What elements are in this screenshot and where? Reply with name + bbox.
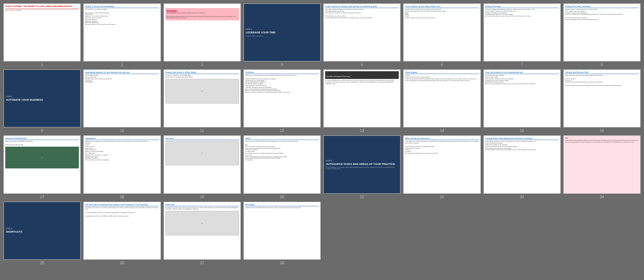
- slide-title: Getting rid of tasks, continued: [565, 5, 639, 8]
- slide-title: Coach Glue: [165, 204, 239, 206]
- slide-wrapper-7: Getting rid of tasks The key lies in sta…: [484, 4, 561, 67]
- slide-title: Travel: [245, 137, 319, 140]
- slide-16[interactable]: Lifestyle and Personal Time Another big …: [563, 69, 640, 127]
- slide-12[interactable]: Clickbook Clickbook is a service that al…: [244, 69, 321, 127]
- slide-6[interactable]: Time to tighten up your daily routine. F…: [403, 4, 480, 61]
- slide-wrapper-8: Getting rid of tasks, continued Automate…: [563, 4, 640, 67]
- slide-18[interactable]: Organization Make planning and organizat…: [83, 135, 160, 193]
- slide-13[interactable]: Calendars and Payment Processing A compl…: [323, 69, 400, 127]
- slide-title: 4 essential tips, when dealing with outs…: [485, 137, 559, 140]
- slide-body: Complete the Exercises and Action Plan f…: [245, 207, 319, 209]
- slide-body: For example, if you want to plan a webin…: [165, 207, 239, 211]
- slide-tip-body: Create a Master Business Manual and add …: [565, 140, 639, 143]
- slide-wrapper-21: STEP 3: OUTSOURCE TASKS AND AREAS OF YOU…: [323, 135, 400, 199]
- slide-4[interactable]: STEP 1: LEVERAGE YOUR TIME 'Plug the Lea…: [244, 4, 321, 61]
- slide-number-26: 26: [120, 261, 124, 265]
- step-label: STEP 3:: [326, 160, 398, 162]
- slide-26[interactable]: You don't have to automate your system o…: [83, 202, 160, 260]
- slide-body: The key lies in staying focused during y…: [485, 9, 559, 17]
- slide-wrapper-10: Automating segments of your business can…: [83, 69, 160, 133]
- slide-title: If you sell products or run a membership…: [485, 71, 559, 74]
- slide-body: Another major mistake is taking ZERO tim…: [5, 141, 79, 146]
- slide-image-placeholder: ▦: [165, 141, 239, 165]
- slide-10[interactable]: Automating segments of your business can…: [83, 69, 160, 127]
- slide-image-placeholder: ▦: [165, 211, 239, 235]
- slide-number-23: 23: [520, 195, 524, 199]
- slide-15[interactable]: If you sell products or run a membership…: [484, 69, 561, 127]
- slide-wrapper-14: Client Support 2 Options:Using a tech-mi…: [403, 69, 480, 133]
- slide-body: If you don't have an experienced VA to m…: [245, 141, 319, 161]
- slide-14[interactable]: Client Support 2 Options:Using a tech-mi…: [403, 69, 480, 127]
- slide-number-14: 14: [440, 128, 444, 133]
- step-label: STEP 2:: [6, 95, 78, 98]
- slide-8[interactable]: Getting rid of tasks, continued Automate…: [563, 4, 640, 61]
- slide-11[interactable]: Coaches with online or offline clients: …: [164, 69, 241, 127]
- slide-tip-title: Tip:: [565, 137, 639, 139]
- slide-3[interactable]: Instructions: Accompanying this module, …: [164, 4, 241, 61]
- slide-image-placeholder: 📚: [5, 147, 79, 168]
- slide-title: Lifestyle and Personal Time: [565, 71, 639, 74]
- slide-17[interactable]: Personal Growth/Lifestyle Another major …: [4, 135, 81, 193]
- slide-number-24: 24: [600, 195, 604, 199]
- slide-title: When should you outsource?: [405, 137, 479, 140]
- slide-number-20: 20: [280, 195, 284, 199]
- slide-body: If there really are more tasks in a day …: [405, 141, 479, 154]
- slide-number-10: 10: [120, 128, 124, 133]
- slide-wrapper-23: 4 essential tips, when dealing with outs…: [484, 135, 561, 199]
- slide-module-label: Module 1: Stress-Free Immediately: [5, 10, 79, 11]
- step-title: LEVERAGE YOUR TIME: [246, 31, 318, 34]
- slide-25[interactable]: STEP 4: SHORTCUTS: [4, 202, 81, 260]
- slide-wrapper-3: Instructions: Accompanying this module, …: [164, 4, 241, 67]
- slide-27[interactable]: Coach Glue For example, if you want to p…: [164, 202, 241, 260]
- slide-body: Make planning and organization extremely…: [85, 141, 159, 161]
- slide-number-5: 5: [361, 62, 363, 67]
- slide-body: For example, if you want to set up a web…: [85, 207, 159, 217]
- slide-number-7: 7: [521, 62, 523, 67]
- slide-21[interactable]: STEP 3: OUTSOURCE TASKS AND AREAS OF YOU…: [323, 135, 400, 193]
- slide-number-6: 6: [441, 62, 443, 67]
- slide-7[interactable]: Getting rid of tasks The key lies in sta…: [484, 4, 561, 61]
- slide-24[interactable]: Tip: Create a Master Business Manual and…: [563, 135, 640, 193]
- slide-number-28: 28: [280, 261, 284, 265]
- slide-number-27: 27: [200, 261, 204, 265]
- slide-wrapper-6: Time to tighten up your daily routine. F…: [403, 4, 480, 67]
- slide-wrapper-5: 3 main reasons for staying stuck and not…: [323, 4, 400, 67]
- slide-19[interactable]: Teux Deux ▦: [164, 135, 241, 193]
- slide-wrapper-26: You don't have to automate your system o…: [83, 202, 160, 265]
- slide-1[interactable]: SASSY SYSTEMS - THE SECRET TO LESS STRES…: [4, 4, 81, 61]
- slide-body: The real problem: your system isn't work…: [85, 9, 159, 26]
- slide-number-17: 17: [40, 195, 44, 199]
- slide-number-13: 13: [360, 128, 364, 133]
- slide-body: Perform tasks more easilySave time off y…: [85, 75, 159, 83]
- slide-number-21: 21: [360, 195, 364, 199]
- slide-2[interactable]: Module 1: Stress-Free Immediately The re…: [83, 4, 160, 61]
- slide-28[interactable]: Next Steps: Complete the Exercises and A…: [244, 202, 321, 260]
- slide-5[interactable]: 3 main reasons for staying stuck and not…: [323, 4, 400, 61]
- slide-pink-title: Instructions:: [167, 9, 238, 12]
- step-label: STEP 1:: [246, 28, 318, 30]
- slide-number-25: 25: [40, 261, 44, 265]
- slide-wrapper-11: Coaches with online or offline clients: …: [164, 69, 241, 133]
- slide-23[interactable]: 4 essential tips, when dealing with outs…: [484, 135, 561, 193]
- slide-wrapper-17: Personal Growth/Lifestyle Another major …: [4, 135, 81, 199]
- slide-body: Determine the exact number of hours per …: [405, 9, 479, 19]
- slide-number-12: 12: [280, 128, 284, 133]
- slide-22[interactable]: When should you outsource? If there real…: [403, 135, 480, 193]
- slide-9[interactable]: STEP 2: AUTOMATE YOUR BUSINESS: [4, 69, 81, 127]
- slide-pink-body: Accompanying this module, you will find …: [167, 12, 238, 19]
- slide-wrapper-20: Travel If you don't have an experienced …: [244, 135, 321, 199]
- slide-title: Coaches with online or offline clients:: [165, 71, 239, 74]
- slide-20[interactable]: Travel If you don't have an experienced …: [244, 135, 321, 193]
- slide-number-18: 18: [120, 195, 124, 199]
- slide-wrapper-28: Next Steps: Complete the Exercises and A…: [244, 202, 321, 265]
- slide-wrapper-12: Clickbook Clickbook is a service that al…: [244, 69, 321, 133]
- slide-image-placeholder: ▦: [165, 79, 239, 104]
- slide-title: Personal Growth/Lifestyle: [5, 137, 79, 140]
- slide-title: Module 1: Stress-Free Immediately: [85, 5, 159, 8]
- slide-title: Getting rid of tasks: [485, 5, 559, 8]
- slide-wrapper-2: Module 1: Stress-Free Immediately The re…: [83, 4, 160, 67]
- slide-wrapper-16: Lifestyle and Personal Time Another big …: [563, 69, 640, 133]
- slide-number-1: 1: [41, 62, 43, 67]
- slide-number-11: 11: [200, 128, 204, 133]
- slide-body: Automate, outsource or discard tasks tha…: [565, 9, 639, 21]
